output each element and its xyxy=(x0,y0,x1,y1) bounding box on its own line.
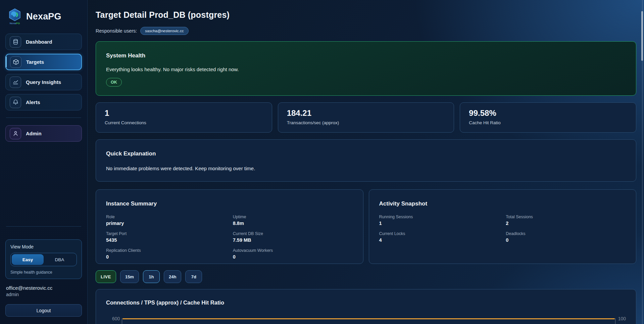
sidebar-divider xyxy=(6,226,81,227)
instance-summary-title: Instance Summary xyxy=(106,200,353,207)
responsible-user-badge: sascha@nesterovic.cc xyxy=(140,27,188,35)
activity-snapshot-card: Activity Snapshot Running Sessions 1 Tot… xyxy=(369,189,637,264)
person-icon xyxy=(10,128,21,139)
sidebar-item-admin[interactable]: Admin xyxy=(5,125,82,142)
sidebar-divider xyxy=(6,118,81,118)
view-mode-hint: Simple health guidance xyxy=(10,270,77,275)
system-health-message: Everything looks healthy. No major risks… xyxy=(106,66,626,72)
scrollbar-thumb[interactable] xyxy=(641,11,643,61)
chart-line-icon xyxy=(10,77,21,88)
field-autovacuum-workers: Autovacuum Workers 0 xyxy=(233,248,353,260)
view-mode-dba-button[interactable]: DBA xyxy=(44,254,76,265)
field-uptime: Uptime 8.8m xyxy=(233,215,353,226)
sidebar-item-label: Admin xyxy=(26,131,42,136)
sidebar-item-label: Dashboard xyxy=(26,39,52,45)
responsible-users-row: Responsible users: sascha@nesterovic.cc xyxy=(96,27,636,35)
metrics-row: 1 Current Connections 184.21 Transaction… xyxy=(96,102,636,133)
database-icon xyxy=(10,36,21,48)
range-1h-button[interactable]: 1h xyxy=(143,270,160,283)
field-current-db-size: Current DB Size 7.59 MB xyxy=(233,231,353,243)
sidebar-spacer xyxy=(5,145,82,223)
range-24h-button[interactable]: 24h xyxy=(164,270,181,283)
app-name: NexaPG xyxy=(26,11,61,22)
metric-value: 99.58% xyxy=(469,108,627,118)
right-axis-label: 100 xyxy=(618,316,626,321)
sidebar-item-label: Query Insights xyxy=(26,79,61,85)
responsible-users-label: Responsible users: xyxy=(96,28,137,34)
chart-card: Connections / TPS (approx) / Cache Hit R… xyxy=(96,289,636,324)
activity-snapshot-title: Activity Snapshot xyxy=(379,200,626,207)
logout-button[interactable]: Logout xyxy=(5,304,82,317)
nexapg-logo-icon: NexaPG xyxy=(7,8,22,25)
bell-icon xyxy=(10,97,21,108)
range-15m-button[interactable]: 15m xyxy=(120,270,139,283)
summary-row: Instance Summary Role primary Uptime 8.8… xyxy=(96,189,636,264)
activity-snapshot-fields: Running Sessions 1 Total Sessions 2 Curr… xyxy=(379,215,626,243)
sidebar-item-label: Targets xyxy=(26,59,44,65)
svg-text:NexaPG: NexaPG xyxy=(10,22,20,25)
live-button[interactable]: LIVE xyxy=(96,270,116,283)
status-badge: OK xyxy=(106,78,122,87)
range-7d-button[interactable]: 7d xyxy=(185,270,202,283)
time-range-row: LIVE 15m 1h 24h 7d xyxy=(96,270,636,283)
quick-explanation-card: Quick Explanation No immediate problems … xyxy=(96,139,636,182)
metric-label: Current Connections xyxy=(105,120,263,125)
field-deadlocks: Deadlocks 0 xyxy=(506,231,626,243)
user-email: office@nesterovic.cc xyxy=(6,285,82,291)
field-role: Role primary xyxy=(106,215,226,226)
metric-label: Transactions/sec (approx) xyxy=(287,120,445,125)
view-mode-card: View Mode Easy DBA Simple health guidanc… xyxy=(5,239,82,279)
left-axis-label: 600 xyxy=(112,316,120,321)
metric-card-tps: 184.21 Transactions/sec (approx) xyxy=(278,102,454,133)
sidebar: NexaPG NexaPG Dashboard Targets xyxy=(0,0,88,324)
sidebar-item-alerts[interactable]: Alerts xyxy=(5,94,82,110)
field-running-sessions: Running Sessions 1 xyxy=(379,215,499,226)
instance-summary-fields: Role primary Uptime 8.8m Target Port 543… xyxy=(106,215,353,260)
chart-title: Connections / TPS (approx) / Cache Hit R… xyxy=(106,299,626,306)
field-target-port: Target Port 5435 xyxy=(106,231,226,243)
sidebar-item-targets[interactable]: Targets xyxy=(5,54,82,70)
quick-explanation-title: Quick Explanation xyxy=(106,150,626,157)
sidebar-item-label: Alerts xyxy=(26,99,40,105)
field-replication-clients: Replication Clients 0 xyxy=(106,248,226,260)
metric-label: Cache Hit Ratio xyxy=(469,120,627,125)
system-health-title: System Health xyxy=(106,52,626,59)
cube-icon xyxy=(10,56,21,68)
app-logo: NexaPG NexaPG xyxy=(7,8,82,25)
metric-value: 1 xyxy=(105,108,263,118)
view-mode-label: View Mode xyxy=(10,244,77,249)
sidebar-item-dashboard[interactable]: Dashboard xyxy=(5,34,82,50)
instance-summary-card: Instance Summary Role primary Uptime 8.8… xyxy=(96,189,363,264)
system-health-card: System Health Everything looks healthy. … xyxy=(96,41,636,96)
user-role: admin xyxy=(6,292,82,297)
metric-card-cache-hit-ratio: 99.58% Cache Hit Ratio xyxy=(460,102,636,133)
quick-explanation-message: No immediate problems were detected. Kee… xyxy=(106,166,626,171)
main-content: Target Detail Prod_DB (postgres) Respons… xyxy=(88,0,644,324)
chart-plot xyxy=(122,318,615,324)
field-total-sessions: Total Sessions 2 xyxy=(506,215,626,226)
page-title: Target Detail Prod_DB (postgres) xyxy=(96,10,636,20)
view-mode-toggle: Easy DBA xyxy=(10,253,77,266)
field-current-locks: Current Locks 4 xyxy=(379,231,499,243)
metric-card-current-connections: 1 Current Connections xyxy=(96,102,272,133)
sidebar-item-query-insights[interactable]: Query Insights xyxy=(5,74,82,90)
metric-value: 184.21 xyxy=(287,108,445,118)
view-mode-easy-button[interactable]: Easy xyxy=(12,254,44,265)
chart-area: 600 100 xyxy=(106,318,626,324)
cache-hit-ratio-line xyxy=(122,318,614,319)
